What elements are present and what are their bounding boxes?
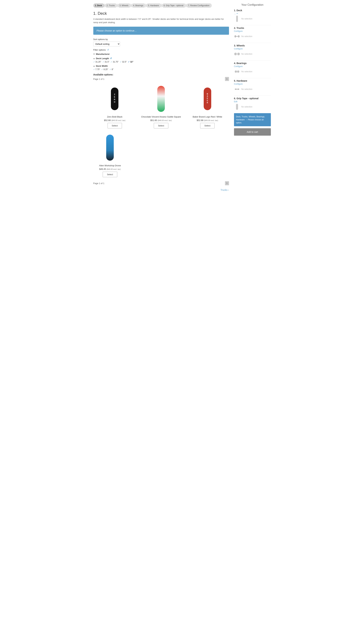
check-icon-775: ✓ <box>93 68 95 71</box>
select-button-4[interactable]: Select <box>103 172 117 177</box>
wheels-no-selection: No selection <box>241 53 253 55</box>
svg-text:E: E <box>114 96 115 98</box>
filter-header: Filter options ↺ <box>93 48 229 51</box>
deck-length-options: ✓ 31.25" ✓ 31.5" ✓ 31.75" ✓ 32.5" <box>93 61 229 63</box>
product-image-zero: Z E R O <box>93 84 136 114</box>
config-section-wheels: 3. Wheels Configure No selection <box>234 44 271 57</box>
step-6[interactable]: 6. Grip Tape - optional <box>162 3 186 8</box>
add-to-cart-button[interactable]: Add to cart <box>234 128 271 136</box>
deck-length-refresh-icon[interactable]: ↺ <box>110 57 112 60</box>
config-wheels-row: No selection <box>234 51 271 57</box>
hardware-no-selection: No selection <box>241 88 253 90</box>
select-button-1[interactable]: Select <box>108 123 122 128</box>
deck-edit-link[interactable]: … ✏ <box>234 12 271 15</box>
svg-point-20 <box>238 54 239 55</box>
step-2[interactable]: 2. Trucks <box>105 3 117 8</box>
product-price-1: $52.68 ($49.00 excl. tax) <box>93 119 136 121</box>
deck-width-options: ✓ 7.75" ✓ 8.25" ✓ 8" <box>93 68 229 71</box>
check-icon-3125: ✓ <box>93 61 95 63</box>
filter-option-775[interactable]: ✓ 7.75" <box>93 68 100 71</box>
config-section-wheels-title: 3. Wheels <box>234 44 271 47</box>
next-nav: Trucks › <box>93 189 229 191</box>
step-1[interactable]: 1. Deck <box>93 3 104 8</box>
config-section-trucks: 2. Trucks Configure No selection <box>234 27 271 39</box>
page-info-text-top: Page 1 of 1 <box>93 78 105 80</box>
select-button-3[interactable]: Select <box>200 123 215 128</box>
filter-group-deck-width-title[interactable]: ▲ Deck Width <box>93 65 229 67</box>
steps-nav: 1. Deck 2. Trucks 3. Wheels 4. Bearings … <box>93 3 229 8</box>
filter-option-32[interactable]: ✓ 32" <box>128 61 133 63</box>
deck-width-label: Deck Width <box>96 65 108 67</box>
hardware-configure-link[interactable]: Configure <box>234 83 271 85</box>
filter-option-8[interactable]: ✓ 8" <box>109 68 114 71</box>
bearings-config-icon <box>234 69 240 75</box>
product-price-3: $52.68 ($49.00 excl. tax) <box>186 119 229 121</box>
grip-edit-link[interactable]: Edit <box>234 100 271 103</box>
select-button-2[interactable]: Select <box>154 123 168 128</box>
step-7[interactable]: 7. Review Configuration <box>186 3 212 8</box>
config-section-hardware: 5. Hardware Configure No selection <box>234 79 271 92</box>
product-name-4: Alien Workshop Drone <box>99 164 121 167</box>
config-bearings-row: No selection <box>234 69 271 75</box>
product-row-single: Alien Workshop Drone $49.45 ($46.00 excl… <box>93 133 229 177</box>
filter-option-825[interactable]: ✓ 8.25" <box>101 68 108 71</box>
svg-text:B: B <box>207 93 208 95</box>
page-number-badge-bottom: 1 <box>225 181 229 185</box>
filter-option-3175[interactable]: ✓ 31.75" <box>110 61 118 63</box>
filter-option-3125[interactable]: ✓ 31.25" <box>93 61 101 63</box>
deck-image-choc <box>156 84 166 114</box>
check-icon-315: ✓ <box>103 61 104 63</box>
divider-2 <box>234 43 271 43</box>
deck-image-baker: B A K E R <box>203 86 212 112</box>
bearings-configure-link[interactable]: Configure <box>234 65 271 68</box>
filter-group-deck-length-title[interactable]: ▲ Deck Length ↺ <box>93 57 229 60</box>
svg-text:R: R <box>207 102 208 104</box>
product-name-3: Baker Brand Logo Red / White <box>186 116 229 118</box>
filter-section: Filter options ↺ ▼ Manufacturer ▲ Deck L… <box>93 48 229 71</box>
filter-option-315[interactable]: ✓ 31.5" <box>103 61 109 63</box>
product-price-4: $49.45 ($46.00 excl. tax) <box>99 168 121 170</box>
available-label: Available options: <box>93 73 229 76</box>
sort-select[interactable]: Default sorting Price: Low to High Price… <box>93 41 120 46</box>
product-grid: Z E R O Zero Bold Black $52.68 ($49.00 e… <box>93 84 229 128</box>
product-image-baker: B A K E R <box>186 84 229 114</box>
deck-config-icon <box>234 16 240 22</box>
config-trucks-row: No selection <box>234 33 271 39</box>
next-button[interactable]: Trucks › <box>220 189 229 191</box>
product-name-1: Zero Bold Black <box>93 116 136 118</box>
filter-group-manufacturer-title[interactable]: ▼ Manufacturer <box>93 53 229 55</box>
product-card-3: B A K E R Baker Brand Logo Red / White $… <box>186 84 229 128</box>
wheels-configure-link[interactable]: Configure <box>234 48 271 50</box>
config-grip-row: No selection <box>234 104 271 110</box>
filter-option-325[interactable]: ✓ 32.5" <box>120 61 127 63</box>
svg-text:Z: Z <box>114 93 115 95</box>
page-number-badge-top: 1 <box>225 77 229 81</box>
product-card-2: Chocolate Vincent Alvarez Subtle Square … <box>140 84 182 128</box>
page-info-bottom: Page 1 of 1 1 <box>93 181 229 185</box>
sort-section: Sort options by Default sorting Price: L… <box>93 38 229 46</box>
sidebar: Your Configuration 1. Deck … ✏ No select… <box>234 3 271 191</box>
svg-rect-13 <box>236 16 238 22</box>
deck-width-arrow-icon: ▲ <box>93 65 95 67</box>
filter-refresh-icon[interactable]: ↺ <box>107 48 109 51</box>
product-card-4: Alien Workshop Drone $49.45 ($46.00 excl… <box>93 133 127 177</box>
page-info-top: Page 1 of 1 1 <box>93 77 229 81</box>
config-section-trucks-title: 2. Trucks <box>234 27 271 29</box>
deck-image-zero: Z E R O <box>110 86 119 112</box>
hardware-config-icon <box>234 86 240 92</box>
step-3[interactable]: 3. Wheels <box>118 3 131 8</box>
main-content: 1. Deck 2. Trucks 3. Wheels 4. Bearings … <box>93 3 229 191</box>
step-5[interactable]: 5. Hardware <box>146 3 161 8</box>
config-section-deck-title: 1. Deck <box>234 9 271 12</box>
filter-group-manufacturer: ▼ Manufacturer <box>93 53 229 55</box>
filter-label: Filter options <box>93 49 106 51</box>
trucks-configure-link[interactable]: Configure <box>234 30 271 32</box>
manufacturer-arrow-icon: ▼ <box>93 53 95 55</box>
grip-no-selection: No selection <box>241 106 253 108</box>
check-icon-8: ✓ <box>109 68 111 71</box>
config-section-grip: 6. Grip Tape - optional Edit No selectio… <box>234 97 271 110</box>
config-section-grip-title: 6. Grip Tape - optional <box>234 97 271 100</box>
step-4[interactable]: 4. Bearings <box>131 3 146 8</box>
filter-group-deck-length: ▲ Deck Length ↺ ✓ 31.25" ✓ 31.5" ✓ <box>93 57 229 63</box>
check-icon-3175: ✓ <box>110 61 112 63</box>
